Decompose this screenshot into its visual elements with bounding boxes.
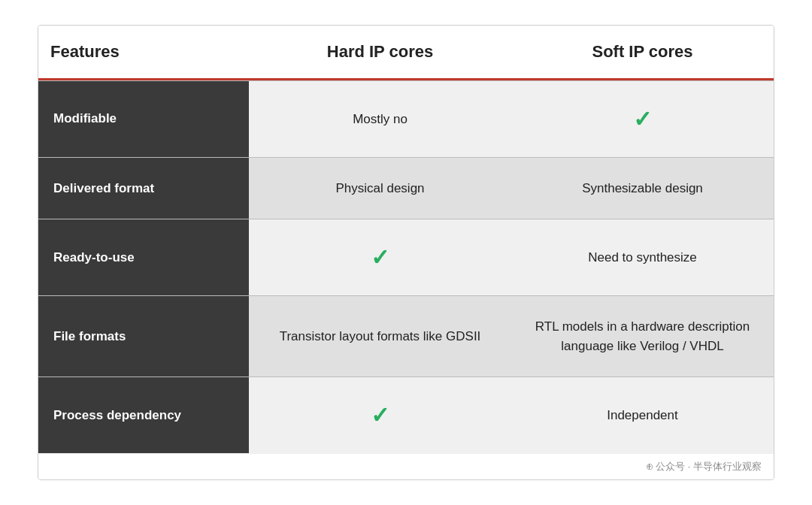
hard-ip-cell: ✓: [249, 219, 511, 295]
watermark: ⊕ 公众号 · 半导体行业观察: [38, 453, 774, 479]
feature-label: File formats: [38, 296, 249, 376]
table-row: Ready-to-use✓Need to synthesize: [38, 219, 774, 295]
table-header: Features Hard IP cores Soft IP cores: [38, 26, 774, 80]
feature-label: Modifiable: [38, 81, 249, 157]
table-body: ModifiableMostly no✓Delivered formatPhys…: [38, 80, 774, 454]
table-row: ModifiableMostly no✓: [38, 80, 774, 157]
checkmark-icon: ✓: [633, 102, 652, 136]
table-row: Delivered formatPhysical designSynthesiz…: [38, 157, 774, 219]
feature-label: Ready-to-use: [38, 219, 249, 295]
comparison-table: Features Hard IP cores Soft IP cores Mod…: [38, 25, 774, 481]
checkmark-icon: ✓: [371, 240, 389, 274]
soft-ip-cell: Need to synthesize: [511, 219, 774, 295]
table-row: Process dependency✓Independent: [38, 376, 774, 453]
hard-ip-cell: Physical design: [249, 158, 511, 219]
soft-ip-cell: Independent: [511, 377, 774, 453]
table-row: File formatsTransistor layout formats li…: [38, 295, 774, 376]
soft-ip-cell: ✓: [511, 81, 774, 157]
header-features: Features: [38, 26, 249, 78]
feature-label: Process dependency: [38, 377, 249, 453]
header-hard-ip: Hard IP cores: [249, 26, 511, 78]
hard-ip-cell: Mostly no: [249, 81, 511, 157]
hard-ip-cell: Transistor layout formats like GDSII: [249, 296, 511, 376]
feature-label: Delivered format: [38, 158, 249, 219]
soft-ip-cell: RTL models in a hardware description lan…: [511, 296, 774, 376]
soft-ip-cell: Synthesizable design: [511, 158, 774, 219]
checkmark-icon: ✓: [371, 398, 389, 432]
header-soft-ip: Soft IP cores: [511, 26, 774, 78]
hard-ip-cell: ✓: [249, 377, 511, 453]
